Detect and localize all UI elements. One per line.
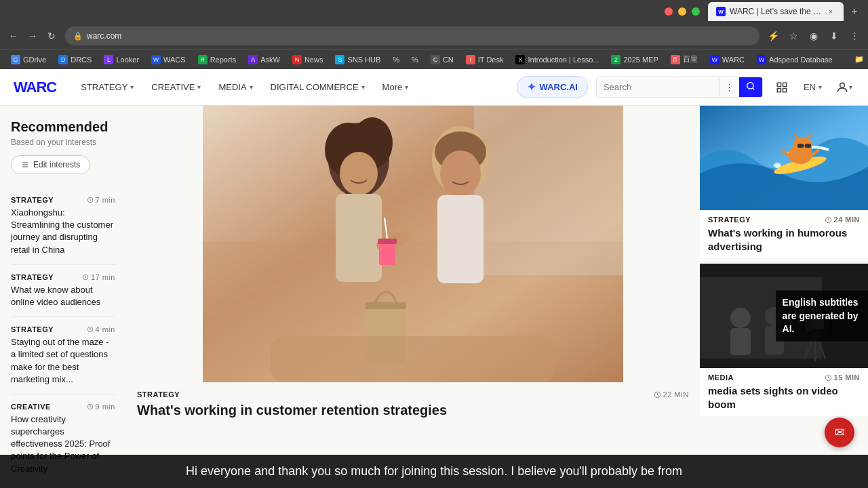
maximize-window-btn[interactable] [692, 7, 700, 16]
bookmark-snshub[interactable]: S SNS HUB [330, 53, 386, 66]
all-bookmarks-btn[interactable]: 📁 [849, 53, 868, 66]
extensions-icon[interactable]: ⚡ [765, 28, 781, 44]
download-icon[interactable]: ⬇ [826, 28, 842, 44]
reports-icon: R [198, 55, 208, 64]
search-options-btn[interactable]: ⋮ [719, 78, 739, 96]
user-profile-btn[interactable]: ▾ [833, 77, 854, 98]
refresh-btn[interactable]: ↻ [43, 28, 60, 44]
bookmark-label: Introduction | Lesso... [528, 56, 599, 64]
category-label: STRATEGY [708, 216, 751, 224]
svg-rect-4 [777, 88, 781, 92]
edit-interests-label: Edit interests [33, 160, 80, 169]
bookmark-wacs[interactable]: W WACS [146, 53, 191, 66]
bookmark-news[interactable]: N News [287, 53, 329, 66]
right-card-time-2: 15 min [825, 373, 860, 382]
article-title[interactable]: Staying out of the maze - a limited set … [11, 336, 115, 386]
new-tab-btn[interactable]: + [846, 3, 863, 20]
close-window-btn[interactable] [665, 7, 673, 16]
language-btn[interactable]: EN ▾ [798, 78, 827, 96]
featured-caption: STRATEGY 22 min What's working in custom… [126, 382, 700, 419]
header-right: ✦ WARC.AI ⋮ EN [517, 76, 854, 98]
bookmark-intro[interactable]: X Introduction | Lesso... [510, 53, 604, 66]
address-bar[interactable]: 🔒 warc.com [65, 26, 760, 45]
bookmark-reports[interactable]: R Reports [193, 53, 242, 66]
right-card-video: English subtitles are generated by AI. M… [700, 264, 868, 416]
minimize-window-btn[interactable] [678, 7, 686, 16]
bookmark-star-icon[interactable]: ☆ [785, 28, 802, 44]
browser-toolbar: ← → ↻ 🔒 warc.com ⚡ ☆ ◉ ⬇ ⋮ [0, 23, 868, 49]
featured-image-svg [126, 106, 700, 382]
svg-line-1 [753, 88, 755, 90]
bookmark-label: SNS HUB [347, 56, 380, 64]
lock-icon: 🔒 [73, 32, 83, 41]
forward-btn[interactable]: → [24, 28, 41, 44]
right-card-body: STRATEGY 24 min What's working in humoro… [700, 210, 868, 258]
profile-icon[interactable]: ◉ [806, 28, 822, 44]
featured-article-title[interactable]: What's working in customer retention str… [137, 401, 689, 419]
search-input[interactable] [597, 78, 719, 96]
bookmark-pct1[interactable]: % [387, 54, 405, 66]
right-card-title-2[interactable]: media sets sights on video boom [708, 384, 860, 411]
category-label: MEDIA [708, 373, 734, 382]
bookmark-itdesk[interactable]: I IT Desk [460, 53, 509, 66]
svg-rect-5 [783, 88, 786, 92]
bookmark-drcs[interactable]: D DRCS [53, 53, 97, 66]
article-title[interactable]: Xiaohongshu: Streamlining the customer j… [11, 207, 115, 256]
chat-bubble-btn[interactable]: ✉ [825, 418, 854, 447]
bookmark-label: Adspend Database [769, 56, 833, 64]
article-category: CREATIVE 9 min [11, 403, 115, 411]
bookmarks-more-btn[interactable] [840, 58, 848, 62]
main-nav: STRATEGY ▾ CREATIVE ▾ MEDIA ▾ DIGITAL CO… [73, 77, 500, 98]
svg-rect-21 [336, 194, 382, 282]
nav-digital-commerce[interactable]: DIGITAL COMMERCE ▾ [262, 77, 373, 98]
close-tab-btn[interactable]: × [826, 7, 835, 16]
right-card-title[interactable]: What's working in humorous advertising [708, 226, 860, 253]
svg-rect-2 [777, 83, 781, 86]
bookmark-label: DRCS [71, 56, 92, 64]
article-category: STRATEGY 4 min [11, 325, 115, 333]
chevron-down-icon: ▾ [361, 83, 365, 91]
bookmark-warc[interactable]: W WARC [705, 53, 750, 66]
menu-icon[interactable]: ⋮ [846, 28, 863, 44]
site-header: WARC STRATEGY ▾ CREATIVE ▾ MEDIA ▾ DIGIT… [0, 69, 868, 106]
bookmark-askw[interactable]: A AskW [243, 53, 285, 66]
bookmark-cn[interactable]: C CN [425, 53, 459, 66]
bookmark-looker[interactable]: L Looker [98, 53, 144, 66]
subtitles-text: Hi everyone and thank you so much for jo… [186, 464, 682, 478]
clock-icon [87, 403, 94, 410]
bookmark-pct2[interactable]: % [406, 54, 424, 66]
category-label: STRATEGY [137, 390, 180, 399]
bookmark-label: CN [443, 56, 454, 64]
bookmark-gdrive[interactable]: G GDrive [5, 53, 52, 66]
warc-ai-button[interactable]: ✦ WARC.AI [517, 76, 588, 98]
sliders-icon [21, 161, 29, 169]
nav-label: CREATIVE [151, 82, 195, 92]
content-area: Recommended Based on your interests Edit… [0, 106, 868, 488]
nav-strategy[interactable]: STRATEGY ▾ [73, 77, 142, 98]
nav-more[interactable]: More ▾ [374, 77, 417, 98]
search-submit-btn[interactable] [739, 77, 762, 97]
snshub-icon: S [335, 55, 344, 64]
edit-interests-btn[interactable]: Edit interests [11, 155, 90, 174]
warc-logo[interactable]: WARC [14, 79, 56, 96]
bookmark-adspend[interactable]: W Adspend Database [751, 53, 838, 66]
article-category: STRATEGY 17 min [11, 273, 115, 281]
back-btn[interactable]: ← [5, 28, 22, 44]
right-card-category: STRATEGY 24 min [708, 216, 860, 224]
window-controls [665, 7, 700, 16]
article-title[interactable]: What we know about online video audience… [11, 284, 115, 308]
svg-point-6 [840, 83, 844, 87]
nav-label: STRATEGY [81, 82, 127, 92]
chevron-down-icon: ▾ [250, 83, 253, 91]
mep-icon: 2 [611, 55, 620, 64]
bookmark-mep[interactable]: 2 2025 MEP [606, 53, 663, 66]
nav-buttons: ← → ↻ [5, 28, 60, 44]
nav-media[interactable]: MEDIA ▾ [210, 77, 260, 98]
clock-icon [82, 274, 89, 281]
bookmark-icon-btn[interactable] [771, 77, 793, 98]
browser-tab-active[interactable]: W WARC | Let's save the world fr... × [708, 2, 844, 21]
article-time: 17 min [82, 273, 115, 281]
right-card-body-2: MEDIA 15 min media sets sights on video … [700, 368, 868, 416]
bookmark-baili[interactable]: 百 百里 [665, 52, 703, 66]
nav-creative[interactable]: CREATIVE ▾ [143, 77, 209, 98]
